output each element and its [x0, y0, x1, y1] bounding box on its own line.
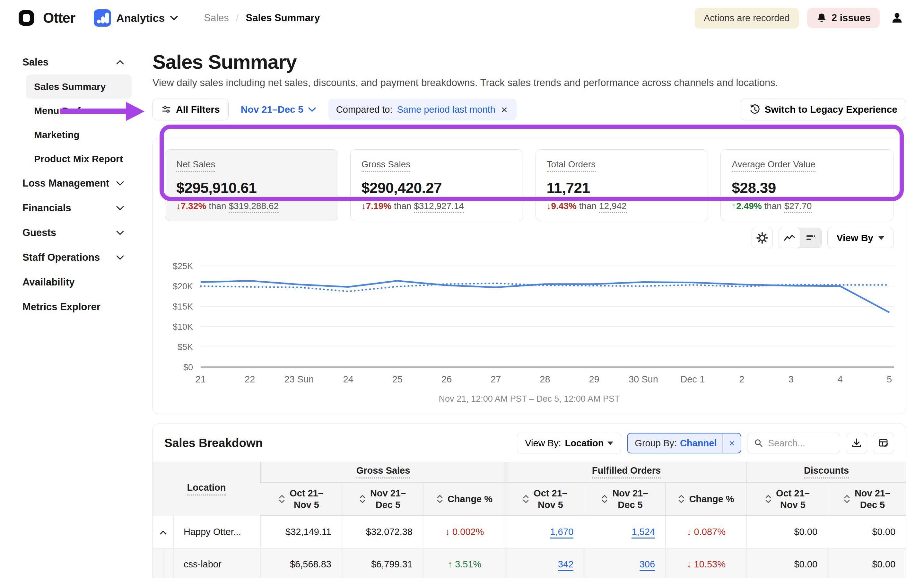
sidebar-item-marketing[interactable]: Marketing: [26, 123, 131, 147]
download-icon: [851, 438, 862, 448]
switch-legacy-button[interactable]: Switch to Legacy Experience: [741, 99, 906, 120]
sort-fulfilled-orders-prev[interactable]: Oct 21–Nov 5: [506, 482, 584, 516]
all-filters-button[interactable]: All Filters: [152, 99, 229, 120]
chevron-down-icon: [116, 230, 124, 235]
history-icon: [749, 104, 760, 115]
bar-chart-toggle[interactable]: [800, 228, 821, 248]
sales-breakdown-table: Location Gross Sales Fulfilled Orders Di…: [153, 462, 906, 578]
orders-link[interactable]: 342: [558, 559, 574, 571]
sidebar-item-metrics-explorer[interactable]: Metrics Explorer: [0, 294, 152, 319]
svg-text:25: 25: [392, 374, 403, 384]
group-header-gross-sales: Gross Sales: [260, 462, 506, 482]
main-content: Sales Summary View daily sales including…: [152, 36, 924, 578]
sort-gross-sales-cur[interactable]: Nov 21–Dec 5: [342, 482, 423, 516]
compared-to-value: Same period last month: [397, 104, 495, 115]
kpi-total-orders[interactable]: Total Orders 11,721 ↓9.43% than 12,942: [535, 149, 708, 221]
column-header-location[interactable]: Location: [153, 462, 260, 516]
sort-icon: [437, 494, 443, 504]
sort-discounts-cur[interactable]: Nov 21–Dec 5: [828, 482, 906, 516]
sort-icon: [359, 494, 366, 504]
sidebar-item-product-mix-report[interactable]: Product Mix Report: [26, 147, 131, 171]
gross-sales-cur-cell: $6,799.31: [342, 548, 423, 578]
kpi-row: Net Sales $295,910.61 ↓7.32% than $319,2…: [165, 149, 893, 221]
discounts-prev-cell: $0.00: [747, 516, 828, 548]
chevron-down-icon: [116, 255, 124, 260]
app-name: Analytics: [116, 12, 165, 24]
kpi-delta: ↑2.49% than $27.70: [732, 201, 882, 211]
group-header-fulfilled-orders: Fulfilled Orders: [506, 462, 747, 482]
page-description: View daily sales including net sales, di…: [152, 77, 906, 89]
search-input[interactable]: [768, 438, 829, 448]
sidebar-item-loss-management[interactable]: Loss Management: [0, 171, 152, 196]
orders-link[interactable]: 306: [640, 559, 655, 571]
person-icon: [891, 11, 903, 24]
kpi-value: $290,420.27: [361, 179, 512, 196]
kpi-gross-sales[interactable]: Gross Sales $290,420.27 ↓7.19% than $312…: [350, 149, 523, 221]
breadcrumb-sales[interactable]: Sales: [204, 12, 229, 24]
remove-group-by-button[interactable]: ×: [723, 437, 741, 449]
sort-fulfilled-orders-change[interactable]: Change %: [666, 482, 747, 516]
breakdown-controls: View By: Location Group By: Channel ×: [517, 433, 894, 453]
breakdown-title: Sales Breakdown: [164, 437, 263, 450]
svg-text:$5K: $5K: [178, 342, 193, 352]
user-avatar-button[interactable]: [888, 9, 906, 27]
view-by-location-button[interactable]: View By: Location: [517, 433, 621, 453]
chart-settings-button[interactable]: [752, 228, 773, 248]
sidebar-item-guests[interactable]: Guests: [0, 220, 152, 245]
remove-comparison-button[interactable]: ×: [500, 103, 509, 116]
location-cell: css-labor: [174, 548, 260, 578]
sidebar-item-financials[interactable]: Financials: [0, 196, 152, 220]
issues-badge[interactable]: 2 issues: [807, 8, 880, 28]
svg-text:21: 21: [196, 374, 206, 384]
breakdown-search[interactable]: [747, 433, 840, 453]
orders-link[interactable]: 1,524: [632, 527, 655, 539]
group-by-channel-chip[interactable]: Group By: Channel ×: [627, 433, 741, 453]
gross-sales-change-cell: ↓ 0.002%: [423, 516, 506, 548]
bell-icon: [816, 13, 827, 23]
chevron-down-icon: [308, 107, 316, 112]
kpi-delta: ↓9.43% than 12,942: [547, 201, 697, 211]
chart-toolbar: View By: [165, 228, 893, 248]
svg-text:$15K: $15K: [173, 302, 193, 312]
compared-to-chip[interactable]: Compared to: Same period last month ×: [328, 99, 517, 120]
breakdown-header: Sales Breakdown View By: Location Group …: [153, 424, 906, 462]
sort-gross-sales-prev[interactable]: Oct 21–Nov 5: [260, 482, 342, 516]
line-chart-toggle[interactable]: [779, 228, 800, 248]
svg-text:29: 29: [589, 374, 600, 384]
svg-text:22: 22: [245, 374, 255, 384]
sidebar-item-staff-operations[interactable]: Staff Operations: [0, 245, 152, 270]
download-button[interactable]: [846, 433, 867, 453]
date-range-button[interactable]: Nov 21–Dec 5: [238, 104, 319, 115]
sidebar-item-sales-summary[interactable]: Sales Summary: [26, 75, 131, 99]
svg-text:5: 5: [887, 374, 892, 384]
edit-columns-button[interactable]: [873, 433, 894, 453]
table-row: css-labor $6,568.83 $6,799.31 ↑ 3.51% 34…: [153, 548, 906, 578]
issues-badge-label: 2 issues: [832, 12, 871, 24]
sort-gross-sales-change[interactable]: Change %: [423, 482, 506, 516]
orders-link[interactable]: 1,670: [550, 527, 574, 539]
discounts-cur-cell: $0.00: [828, 516, 906, 548]
chart-caption: Nov 21, 12:00 AM PST – Dec 5, 12:00 AM P…: [165, 394, 893, 404]
page-title: Sales Summary: [152, 50, 906, 73]
svg-text:23 Sun: 23 Sun: [284, 374, 314, 384]
app-switcher[interactable]: Analytics: [94, 9, 178, 27]
kpi-average-order-value[interactable]: Average Order Value $28.39 ↑2.49% than $…: [720, 149, 893, 221]
sort-fulfilled-orders-cur[interactable]: Nov 21–Dec 5: [584, 482, 666, 516]
row-expander[interactable]: [153, 516, 174, 548]
chart-view-by-button[interactable]: View By: [827, 228, 894, 248]
table-group-header-row: Location Gross Sales Fulfilled Orders Di…: [153, 462, 906, 482]
fulfilled-orders-prev-cell: 342: [506, 548, 584, 578]
kpi-net-sales[interactable]: Net Sales $295,910.61 ↓7.32% than $319,2…: [165, 149, 338, 221]
otter-logo-icon: [19, 10, 34, 26]
breadcrumb-separator: /: [236, 12, 239, 24]
fulfilled-orders-cur-cell: 306: [584, 548, 666, 578]
svg-text:$25K: $25K: [173, 261, 193, 271]
line-chart-icon: [784, 234, 795, 242]
sidebar-item-availability[interactable]: Availability: [0, 270, 152, 294]
sort-icon: [844, 494, 850, 504]
svg-text:$0: $0: [183, 362, 193, 372]
bar-chart-icon: [805, 233, 816, 243]
sort-discounts-prev[interactable]: Oct 21–Nov 5: [747, 482, 828, 516]
sales-breakdown-card: Sales Breakdown View By: Location Group …: [152, 424, 906, 578]
sidebar-item-sales[interactable]: Sales: [0, 50, 152, 75]
